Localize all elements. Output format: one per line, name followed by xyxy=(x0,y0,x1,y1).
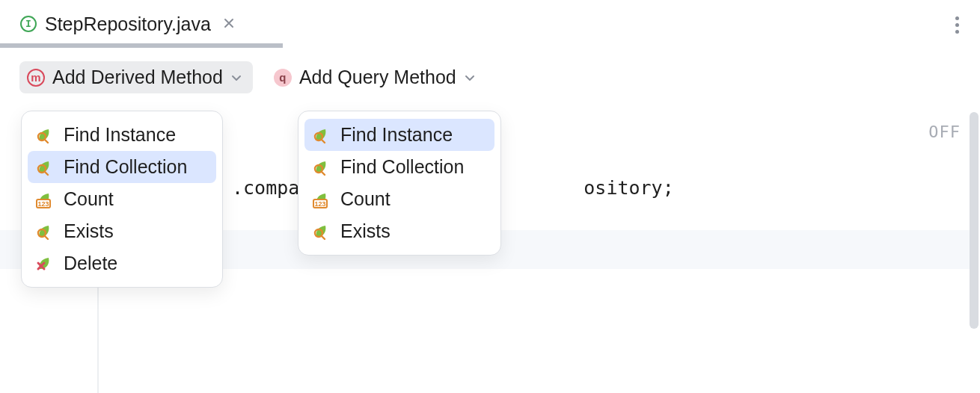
tab-options-menu-icon[interactable] xyxy=(952,13,962,37)
svg-text:I: I xyxy=(25,18,31,29)
leaf-search-icon xyxy=(35,126,55,145)
leaf-search-icon xyxy=(35,222,55,241)
leaf-123-icon xyxy=(312,190,331,209)
derived-menu-item-label: Find Instance xyxy=(64,124,176,146)
query-menu-item[interactable]: Find Collection xyxy=(304,151,494,183)
derived-menu-item-label: Exists xyxy=(64,220,114,242)
query-menu-item-label: Find Collection xyxy=(340,156,464,178)
derived-menu-item[interactable]: Find Collection xyxy=(28,151,216,183)
query-method-menu: Find InstanceFind CollectionCountExists xyxy=(298,111,501,256)
leaf-search-icon xyxy=(312,126,331,145)
query-menu-item-label: Exists xyxy=(340,220,391,242)
query-menu-item-label: Find Instance xyxy=(340,124,453,146)
derived-method-menu: Find InstanceFind CollectionCountExistsD… xyxy=(21,111,223,288)
query-badge-icon: q xyxy=(274,69,292,87)
derived-menu-item[interactable]: Delete xyxy=(28,247,216,279)
add-query-method-label: Add Query Method xyxy=(299,66,456,88)
query-menu-item[interactable]: Count xyxy=(304,183,494,215)
derived-menu-item[interactable]: Exists xyxy=(28,215,216,247)
leaf-123-icon xyxy=(35,190,55,209)
vertical-scrollbar[interactable] xyxy=(970,112,979,329)
query-menu-item-label: Count xyxy=(340,188,391,210)
derived-menu-item-label: Delete xyxy=(64,253,117,274)
derived-menu-item[interactable]: Find Instance xyxy=(28,119,216,151)
chevron-down-icon xyxy=(464,66,476,88)
derived-menu-item[interactable]: Count xyxy=(28,183,216,215)
java-interface-icon: I xyxy=(19,15,37,33)
leaf-search-icon xyxy=(35,158,55,177)
chevron-down-icon xyxy=(230,66,242,88)
close-tab-icon[interactable] xyxy=(223,14,235,34)
query-menu-item[interactable]: Find Instance xyxy=(304,119,494,151)
leaf-search-icon xyxy=(312,158,331,177)
derived-menu-item-label: Find Collection xyxy=(64,156,187,178)
query-menu-item[interactable]: Exists xyxy=(304,215,494,247)
derived-badge-icon: m xyxy=(27,69,45,87)
add-query-method-button[interactable]: q Add Query Method xyxy=(266,61,486,93)
add-derived-method-label: Add Derived Method xyxy=(52,66,223,88)
leaf-x-icon xyxy=(35,254,55,273)
add-derived-method-button[interactable]: m Add Derived Method xyxy=(19,61,253,93)
leaf-search-icon xyxy=(312,222,331,241)
tab-bar: I StepRepository.java xyxy=(0,0,980,48)
tab-filename: StepRepository.java xyxy=(45,13,211,35)
inspection-indicator[interactable]: OFF xyxy=(928,123,961,141)
action-bar: m Add Derived Method q Add Query Method xyxy=(0,48,980,93)
file-tab[interactable]: I StepRepository.java xyxy=(7,0,247,48)
derived-menu-item-label: Count xyxy=(64,188,114,210)
